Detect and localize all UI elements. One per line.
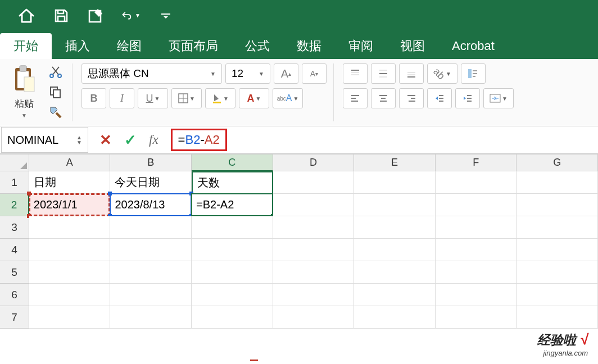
tab-acrobat[interactable]: Acrobat: [438, 33, 508, 59]
cell-e5[interactable]: [354, 261, 436, 284]
cell-f6[interactable]: [436, 284, 517, 306]
col-header-a[interactable]: A: [29, 154, 111, 171]
align-bottom-button[interactable]: [399, 63, 424, 84]
tab-home[interactable]: 开始: [0, 33, 52, 59]
col-header-c[interactable]: C: [192, 154, 273, 171]
align-center-button[interactable]: [371, 88, 396, 108]
wrap-text-button[interactable]: [461, 63, 486, 84]
cell-f2[interactable]: [436, 194, 517, 216]
name-box[interactable]: NOMINAL ▲▼: [1, 127, 88, 153]
tab-view[interactable]: 视图: [387, 33, 438, 59]
font-color-button[interactable]: A ▼: [239, 88, 269, 108]
row-header-4[interactable]: 4: [0, 239, 29, 261]
cell-d6[interactable]: [273, 284, 355, 306]
cell-e1[interactable]: [354, 171, 436, 194]
row-header-7[interactable]: 7: [0, 306, 29, 329]
overflow-icon[interactable]: [156, 6, 175, 25]
cell-c3[interactable]: [192, 216, 273, 239]
cell-d1[interactable]: [273, 171, 355, 194]
row-header-3[interactable]: 3: [0, 216, 29, 239]
cell-d2[interactable]: [273, 194, 355, 216]
cell-a6[interactable]: [29, 284, 111, 306]
tab-insert[interactable]: 插入: [52, 33, 103, 59]
copy-button[interactable]: [46, 84, 65, 101]
cell-c4[interactable]: [192, 239, 273, 261]
cell-f3[interactable]: [436, 216, 517, 239]
cell-g5[interactable]: [517, 261, 598, 284]
edit-icon[interactable]: [87, 6, 106, 25]
align-left-button[interactable]: [343, 88, 368, 108]
tab-formula[interactable]: 公式: [232, 33, 283, 59]
col-header-b[interactable]: B: [110, 154, 192, 171]
cell-a7[interactable]: [29, 306, 111, 329]
cell-c2[interactable]: =B2-A2: [192, 194, 273, 216]
phonetic-button[interactable]: abcA ▼: [273, 88, 303, 108]
align-right-button[interactable]: [399, 88, 424, 108]
fill-color-button[interactable]: ▼: [205, 88, 235, 108]
cell-g2[interactable]: [517, 194, 598, 216]
cell-c6[interactable]: [192, 284, 273, 306]
italic-button[interactable]: I: [110, 88, 134, 108]
format-painter-button[interactable]: [46, 104, 65, 121]
cell-g6[interactable]: [517, 284, 598, 306]
confirm-icon[interactable]: ✓: [124, 131, 137, 149]
col-header-d[interactable]: D: [273, 154, 355, 171]
cell-g4[interactable]: [517, 239, 598, 261]
cell-d3[interactable]: [273, 216, 355, 239]
tab-draw[interactable]: 绘图: [103, 33, 155, 59]
cancel-icon[interactable]: ✕: [99, 131, 112, 149]
underline-button[interactable]: U▼: [138, 88, 168, 108]
tab-review[interactable]: 审阅: [335, 33, 387, 59]
orientation-button[interactable]: ab▼: [427, 63, 457, 84]
cell-a5[interactable]: [29, 261, 111, 284]
row-header-1[interactable]: 1: [0, 171, 29, 194]
cell-a3[interactable]: [29, 216, 111, 239]
tab-data[interactable]: 数据: [283, 33, 335, 59]
bold-button[interactable]: B: [81, 88, 106, 108]
decrease-indent-button[interactable]: [427, 88, 452, 108]
cell-b2[interactable]: 2023/8/13: [110, 194, 192, 216]
cell-e4[interactable]: [354, 239, 436, 261]
cell-c1[interactable]: 天数: [192, 171, 273, 194]
cell-e6[interactable]: [354, 284, 436, 306]
cell-f7[interactable]: [436, 306, 517, 329]
row-header-5[interactable]: 5: [0, 261, 29, 284]
increase-font-button[interactable]: A▴: [274, 63, 298, 84]
home-icon[interactable]: [17, 6, 36, 25]
font-size-select[interactable]: 12 ▼: [225, 63, 270, 84]
col-header-g[interactable]: G: [517, 154, 598, 171]
cell-b1[interactable]: 今天日期: [110, 171, 192, 194]
cell-d4[interactable]: [273, 239, 355, 261]
tab-layout[interactable]: 页面布局: [155, 33, 232, 59]
increase-indent-button[interactable]: [455, 88, 480, 108]
cell-e7[interactable]: [354, 306, 436, 329]
cell-f4[interactable]: [436, 239, 517, 261]
save-icon[interactable]: [52, 6, 71, 25]
cut-button[interactable]: [46, 63, 65, 80]
cell-g3[interactable]: [517, 216, 598, 239]
undo-icon[interactable]: ▼: [121, 6, 141, 25]
cell-a1[interactable]: 日期: [29, 171, 111, 194]
col-header-f[interactable]: F: [436, 154, 517, 171]
cell-g1[interactable]: [517, 171, 598, 194]
cell-b5[interactable]: [110, 261, 192, 284]
cell-b7[interactable]: [110, 306, 192, 329]
cell-a2[interactable]: 2023/1/1: [29, 194, 111, 216]
cell-b4[interactable]: [110, 239, 192, 261]
row-header-2[interactable]: 2: [0, 194, 29, 216]
cell-e2[interactable]: [354, 194, 436, 216]
cell-f5[interactable]: [436, 261, 517, 284]
align-top-button[interactable]: [343, 63, 368, 84]
formula-input[interactable]: =B2-A2: [171, 129, 227, 151]
cell-b3[interactable]: [110, 216, 192, 239]
cell-c5[interactable]: [192, 261, 273, 284]
select-all-corner[interactable]: [0, 154, 29, 171]
fx-icon[interactable]: fx: [149, 133, 158, 147]
col-header-e[interactable]: E: [354, 154, 436, 171]
merge-button[interactable]: ▼: [483, 88, 514, 108]
cell-e3[interactable]: [354, 216, 436, 239]
row-header-6[interactable]: 6: [0, 284, 29, 306]
cell-g7[interactable]: [517, 306, 598, 329]
cell-d7[interactable]: [273, 306, 355, 329]
border-button[interactable]: ▼: [171, 88, 202, 108]
